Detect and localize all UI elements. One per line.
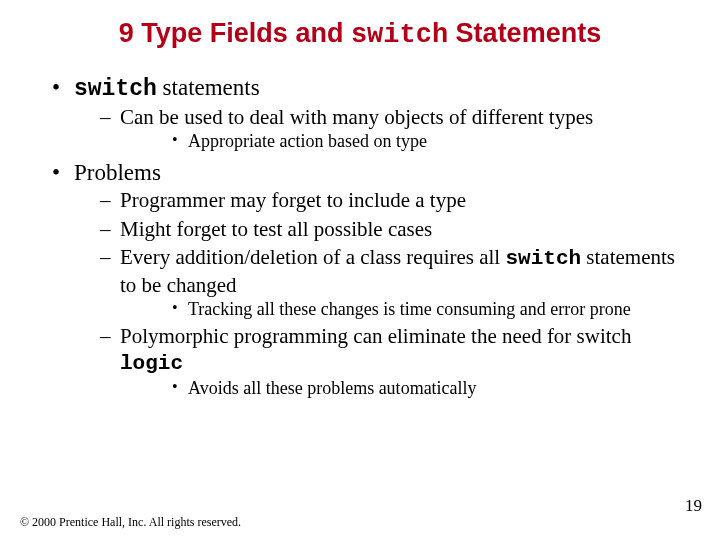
text-pre: Polymorphic programming can eliminate th… bbox=[120, 324, 631, 348]
sub-forget-type: Programmer may forget to include a type bbox=[74, 187, 686, 213]
slide-title: 9 Type Fields and switch Statements bbox=[0, 18, 720, 50]
title-suffix: Statements bbox=[448, 18, 601, 48]
text-mono: logic bbox=[120, 352, 183, 375]
sub-can-be-used: Can be used to deal with many objects of… bbox=[74, 104, 686, 153]
copyright-footer: © 2000 Prentice Hall, Inc. All rights re… bbox=[20, 515, 241, 530]
title-prefix: 9 Type Fields and bbox=[119, 18, 351, 48]
text: Appropriate action based on type bbox=[188, 131, 427, 151]
slide: 9 Type Fields and switch Statements swit… bbox=[0, 0, 720, 540]
subsub-appropriate-action: Appropriate action based on type bbox=[120, 130, 686, 153]
text: Might forget to test all possible cases bbox=[120, 217, 432, 241]
text-mono: switch bbox=[505, 247, 581, 270]
subsub-avoids-problems: Avoids all these problems automatically bbox=[120, 377, 686, 400]
page-number: 19 bbox=[685, 496, 702, 516]
sub-addition-deletion: Every addition/deletion of a class requi… bbox=[74, 244, 686, 321]
text: Tracking all these changes is time consu… bbox=[188, 299, 631, 319]
title-mono: switch bbox=[351, 20, 448, 50]
subsub-tracking-changes: Tracking all these changes is time consu… bbox=[120, 298, 686, 321]
bullet-mono: switch bbox=[74, 76, 157, 102]
text: Can be used to deal with many objects of… bbox=[120, 105, 593, 129]
text-pre: Every addition/deletion of a class requi… bbox=[120, 245, 505, 269]
text: Problems bbox=[74, 160, 161, 185]
sub-forget-test: Might forget to test all possible cases bbox=[74, 216, 686, 242]
text: Programmer may forget to include a type bbox=[120, 188, 466, 212]
text: Avoids all these problems automatically bbox=[188, 378, 477, 398]
sub-polymorphic: Polymorphic programming can eliminate th… bbox=[74, 323, 686, 400]
slide-body: switch statements Can be used to deal wi… bbox=[46, 74, 686, 406]
bullet-problems: Problems Programmer may forget to includ… bbox=[46, 159, 686, 400]
bullet-tail: statements bbox=[157, 75, 260, 100]
bullet-switch-statements: switch statements Can be used to deal wi… bbox=[46, 74, 686, 153]
